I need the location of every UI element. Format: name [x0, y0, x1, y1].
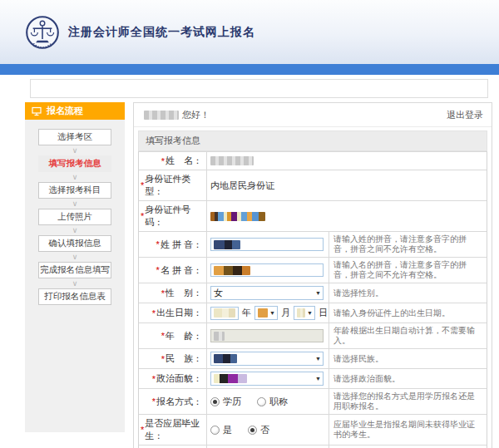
field-label: *是否应届毕业生： [139, 415, 206, 445]
field-label-text: 年 龄： [166, 330, 202, 342]
field-label-text: 名 拼 音： [161, 264, 202, 277]
sidebar-step-confirm-info[interactable]: 确认填报信息 [38, 235, 111, 252]
field-control: ▼ [206, 369, 329, 388]
redacted-text [214, 308, 235, 318]
nav-bar [0, 64, 499, 75]
section-title: 填写报考信息 [138, 130, 487, 151]
field-control: 学历职称 [206, 389, 329, 414]
redacted-text [214, 354, 237, 363]
field-hint: 请选择民族。 [329, 349, 487, 368]
registration-method-radio-学历[interactable]: 学历 [210, 396, 241, 408]
redacted-username [144, 111, 179, 120]
required-asterisk: * [141, 425, 144, 435]
chevron-down-icon: ∨ [72, 199, 78, 209]
logout-link[interactable]: 退出登录 [447, 109, 483, 121]
sidebar-step-select-exam-area[interactable]: 选择考区 [38, 129, 111, 145]
dropdown-arrow-icon: ▼ [315, 376, 321, 382]
select-value [258, 308, 268, 318]
field-control: 是否 [206, 415, 329, 445]
sidebar-step-print-registration-form[interactable]: 打印报名信息表 [38, 288, 111, 305]
redacted-text [210, 156, 254, 165]
gender-select[interactable]: 女▼ [210, 286, 324, 300]
form-row-surname-pinyin: *姓 拼 音：请输入姓的拼音，请注意多音字的拼音，拼音之间不允许有空格。 [139, 231, 487, 257]
registration-method-radio-职称[interactable]: 职称 [257, 396, 288, 408]
field-label-text: 出生日期： [156, 307, 202, 319]
redacted-text [258, 308, 268, 318]
form-row-registration-method: *报名方式：学历职称请选择您的报名方式是用学历报名还是用职称报名。 [139, 388, 487, 414]
field-label: *民 族： [139, 349, 206, 368]
dropdown-arrow-icon: ▼ [307, 310, 313, 316]
field-hint: 年龄根据出生日期自动计算，不需要输入。 [329, 323, 487, 348]
field-value: 内地居民身份证 [210, 180, 274, 192]
ethnicity-select[interactable]: ▼ [210, 352, 324, 366]
required-asterisk: * [141, 180, 144, 190]
form-row-age: *年 龄：年龄根据出生日期自动计算，不需要输入。 [139, 322, 487, 348]
page-title: 注册会计师全国统一考试网上报名 [68, 25, 255, 40]
redacted-text [297, 308, 305, 318]
chevron-down-icon: ∨ [72, 145, 78, 155]
birth-date-input[interactable] [210, 307, 239, 320]
form-row-full-name: *姓 名： [139, 151, 487, 170]
field-label: *身份证件号码： [139, 201, 206, 231]
age-input[interactable] [210, 329, 324, 342]
fresh-graduate-radio-是[interactable]: 是 [210, 424, 232, 436]
field-label-text: 性 别： [166, 287, 202, 299]
greeting: 您好！ [144, 109, 210, 121]
fresh-graduate-radio-否[interactable]: 否 [248, 424, 269, 436]
form-row-birth-date: *出生日期：年▼月▼日请输入身份证件上的出生日期。 [139, 303, 487, 322]
redacted-text [214, 240, 240, 249]
unit-label: 年 [242, 307, 251, 319]
required-asterisk: * [152, 374, 156, 384]
field-hint: 应届毕业生是指报名期间未获得毕业证书的考生。 [329, 415, 487, 445]
chevron-down-icon: ∨ [72, 252, 78, 262]
radio-icon [257, 397, 266, 406]
sidebar-step-complete-registration[interactable]: 完成报名信息填写 [38, 262, 111, 278]
given-name-pinyin-input[interactable] [210, 263, 324, 277]
form-row-id-number: *身份证件号码： [139, 200, 487, 231]
chevron-down-icon: ∨ [72, 278, 78, 288]
political-status-select[interactable]: ▼ [210, 372, 324, 386]
radio-icon [210, 397, 220, 406]
field-label: *年 龄： [139, 323, 206, 348]
field-control [206, 201, 487, 231]
form-row-graduation-date: *毕业年月：年06▼月请选择毕业年月。 [139, 445, 487, 448]
field-control [206, 152, 487, 170]
chevron-down-icon: ∨ [72, 225, 78, 235]
surname-pinyin-input[interactable] [210, 238, 324, 251]
redacted-text [214, 332, 225, 341]
sidebar-step-upload-photo[interactable]: 上传照片 [38, 209, 111, 225]
field-control: 女▼ [206, 283, 329, 303]
field-label: *政治面貌： [139, 369, 206, 388]
field-hint: 请选择您的报名方式是用学历报名还是用职称报名。 [329, 389, 487, 414]
select-value [214, 354, 237, 363]
field-control [206, 232, 329, 257]
field-label: *身份证件类型： [139, 170, 206, 200]
greeting-bar: 您好！ 退出登录 [134, 103, 492, 127]
sidebar-step-fill-registration-info[interactable]: 填写报考信息 [38, 155, 111, 172]
unit-label: 日 [319, 307, 328, 319]
sidebar-steps: 选择考区∨填写报考信息∨选择报考科目∨上传照片∨确认填报信息∨完成报名信息填写∨… [25, 120, 125, 305]
dropdown-arrow-icon: ▼ [315, 356, 321, 362]
birth-date-select[interactable]: ▼ [294, 306, 315, 320]
select-value [214, 374, 247, 383]
field-control [206, 258, 329, 283]
field-label: *姓 拼 音： [139, 232, 206, 257]
field-label: *报名方式： [139, 389, 206, 414]
required-asterisk: * [156, 265, 160, 275]
field-control: ▼ [206, 349, 329, 368]
form-row-given-name-pinyin: *名 拼 音：请输入名的拼音，请注意多音字的拼音，拼音之间不允许有空格。 [139, 257, 487, 283]
unit-label: 月 [281, 307, 290, 319]
required-asterisk: * [141, 211, 144, 221]
redacted-text [210, 212, 265, 221]
field-label-text: 是否应届毕业生： [145, 417, 202, 442]
field-control: 内地居民身份证 [206, 170, 487, 200]
field-label-text: 姓 拼 音： [161, 239, 202, 251]
select-value: 女 [214, 287, 223, 299]
dropdown-arrow-icon: ▼ [269, 310, 275, 316]
required-asterisk: * [161, 354, 165, 364]
field-hint: 请选择性别。 [329, 283, 487, 303]
cicpa-logo-icon [25, 15, 60, 50]
field-hint: 请输入身份证件上的出生日期。 [329, 303, 487, 322]
birth-date-select[interactable]: ▼ [254, 306, 278, 320]
sidebar-step-select-exam-subjects[interactable]: 选择报考科目 [38, 182, 111, 199]
